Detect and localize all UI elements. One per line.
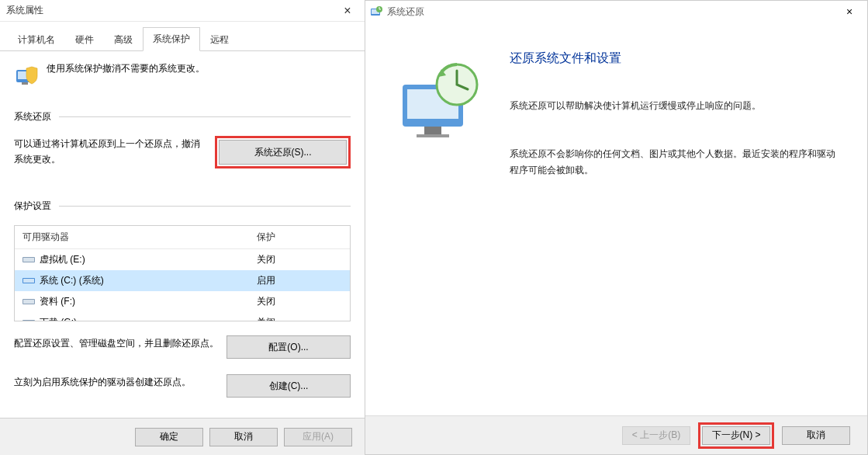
svg-rect-4 (23, 258, 34, 262)
configure-button[interactable]: 配置(O)... (227, 335, 351, 359)
divider (59, 206, 351, 207)
system-properties-dialog: 系统属性 × 计算机名 硬件 高级 系统保护 远程 使用系统保护撤消不需要的系统… (0, 0, 365, 455)
drive-list: 可用驱动器 保护 虚拟机 (E:) 关闭 系统 (C:) (系统) 启用 (14, 225, 351, 321)
drive-name: 虚拟机 (E:) (40, 253, 85, 266)
svg-rect-9 (22, 320, 35, 321)
wizard-title: 还原系统文件和设置 (510, 50, 838, 67)
drive-name: 下载 (G:) (40, 316, 77, 321)
ok-button[interactable]: 确定 (135, 428, 203, 446)
tab-bar: 计算机名 硬件 高级 系统保护 远程 (0, 22, 365, 51)
apply-button[interactable]: 应用(A) (284, 428, 352, 446)
drive-protection: 关闭 (249, 293, 350, 311)
create-desc: 立刻为启用系统保护的驱动器创建还原点。 (14, 374, 219, 390)
drive-name: 资料 (F:) (40, 295, 75, 308)
window-title: 系统还原 (387, 5, 832, 19)
system-protection-icon (14, 62, 39, 87)
cancel-button[interactable]: 取消 (782, 426, 850, 445)
disk-icon (22, 318, 35, 321)
create-button[interactable]: 创建(C)... (227, 374, 351, 398)
section-title-protect: 保护设置 (14, 200, 51, 213)
wizard-graphic-area (379, 38, 503, 400)
tab-hardware[interactable]: 硬件 (65, 28, 104, 51)
disk-icon (22, 276, 35, 285)
wizard-text-2: 系统还原不会影响你的任何文档、图片或其他个人数据。最近安装的程序和驱动程序可能会… (510, 146, 838, 179)
svg-rect-2 (22, 82, 28, 85)
titlebar: 系统还原 × (365, 1, 867, 23)
divider (59, 116, 351, 117)
drive-protection: 启用 (249, 272, 350, 290)
titlebar: 系统属性 × (0, 0, 365, 22)
svg-rect-17 (417, 134, 449, 137)
wizard-body: 还原系统文件和设置 系统还原可以帮助解决使计算机运行缓慢或停止响应的问题。 系统… (365, 23, 867, 415)
drive-protection: 关闭 (249, 314, 350, 321)
tab-computer-name[interactable]: 计算机名 (8, 28, 65, 51)
drive-row[interactable]: 系统 (C:) (系统) 启用 (15, 270, 350, 291)
svg-rect-16 (424, 127, 441, 134)
close-icon[interactable]: × (337, 4, 358, 18)
next-button[interactable]: 下一步(N) > (702, 426, 770, 445)
svg-rect-8 (23, 300, 34, 304)
column-protection[interactable]: 保护 (249, 226, 350, 248)
back-button: < 上一步(B) (622, 426, 690, 445)
drive-row[interactable]: 下载 (G:) 关闭 (15, 312, 350, 321)
drive-name: 系统 (C:) (系统) (40, 274, 104, 287)
restore-desc: 可以通过将计算机还原到上一个还原点，撤消系统更改。 (14, 136, 207, 168)
section-title-restore: 系统还原 (14, 110, 51, 123)
system-restore-graphic-icon (395, 54, 488, 147)
drive-list-header: 可用驱动器 保护 (15, 226, 350, 249)
wizard-text-area: 还原系统文件和设置 系统还原可以帮助解决使计算机运行缓慢或停止响应的问题。 系统… (503, 38, 853, 400)
column-name[interactable]: 可用驱动器 (15, 226, 249, 248)
svg-rect-6 (23, 279, 34, 283)
highlight-system-restore: 系统还原(S)... (215, 136, 351, 168)
close-icon[interactable]: × (832, 1, 867, 23)
tab-content: 使用系统保护撤消不需要的系统更改。 系统还原 可以通过将计算机还原到上一个还原点… (0, 51, 365, 418)
cancel-button[interactable]: 取消 (209, 428, 278, 446)
drive-protection: 关闭 (249, 251, 350, 269)
dialog-footer: 确定 取消 应用(A) (0, 418, 365, 455)
disk-icon (22, 255, 35, 264)
system-restore-wizard: 系统还原 × 还原系统文件和设置 系统还原可以帮助解决使计算机运行缓慢或停止响应… (365, 0, 868, 455)
highlight-next: 下一步(N) > (698, 422, 774, 449)
wizard-footer: < 上一步(B) 下一步(N) > 取消 (365, 415, 867, 454)
configure-desc: 配置还原设置、管理磁盘空间，并且删除还原点。 (14, 335, 219, 351)
tab-advanced[interactable]: 高级 (104, 28, 143, 51)
drive-row[interactable]: 资料 (F:) 关闭 (15, 291, 350, 312)
tab-system-protection[interactable]: 系统保护 (143, 27, 200, 51)
intro-text: 使用系统保护撤消不需要的系统更改。 (47, 62, 205, 75)
system-restore-icon (370, 5, 382, 18)
disk-icon (22, 297, 35, 306)
drive-list-body[interactable]: 虚拟机 (E:) 关闭 系统 (C:) (系统) 启用 资料 (F:) (15, 249, 350, 321)
tab-remote[interactable]: 远程 (200, 28, 239, 51)
wizard-text-1: 系统还原可以帮助解决使计算机运行缓慢或停止响应的问题。 (510, 98, 838, 115)
drive-row[interactable]: 虚拟机 (E:) 关闭 (15, 249, 350, 270)
system-restore-button[interactable]: 系统还原(S)... (219, 140, 347, 165)
window-title: 系统属性 (6, 4, 337, 17)
